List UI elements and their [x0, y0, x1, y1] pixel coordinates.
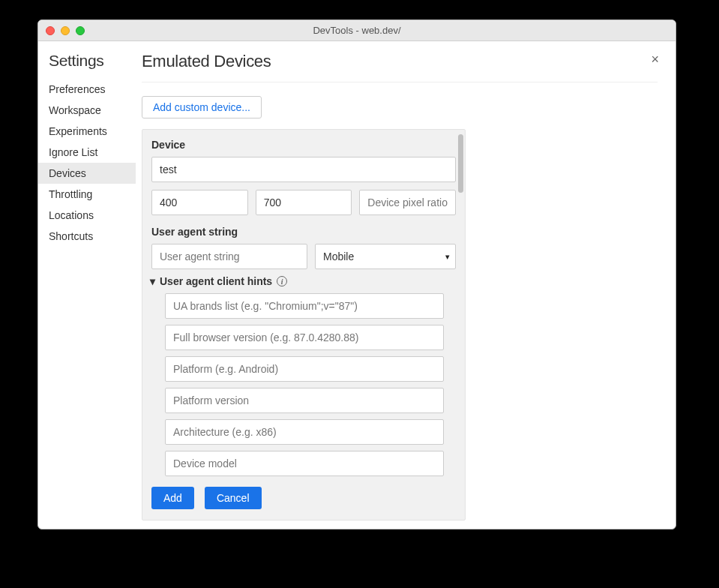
- client-hints-toggle[interactable]: ▾ User agent client hints i: [150, 275, 456, 287]
- close-icon[interactable]: ×: [651, 52, 659, 68]
- device-section-label: Device: [151, 139, 456, 151]
- devtools-window: DevTools - web.dev/ × Settings Preferenc…: [37, 20, 676, 530]
- sidebar-item-preferences[interactable]: Preferences: [38, 79, 136, 100]
- sidebar-item-shortcuts[interactable]: Shortcuts: [38, 226, 136, 247]
- add-custom-device-button[interactable]: Add custom device...: [142, 96, 262, 118]
- add-button[interactable]: Add: [151, 487, 194, 509]
- window-close-button[interactable]: [46, 26, 55, 35]
- client-hints-label: User agent client hints: [160, 275, 272, 287]
- sidebar-item-label: Preferences: [49, 83, 105, 95]
- scrollbar-thumb[interactable]: [458, 134, 463, 193]
- sidebar-item-label: Devices: [49, 167, 86, 179]
- sidebar-item-label: Workspace: [49, 104, 101, 116]
- sidebar-item-label: Experiments: [49, 125, 107, 137]
- sidebar-item-label: Ignore List: [49, 146, 97, 158]
- window-zoom-button[interactable]: [76, 26, 85, 35]
- sidebar-item-workspace[interactable]: Workspace: [38, 100, 136, 121]
- triangle-down-icon: ▾: [150, 275, 155, 287]
- cancel-button[interactable]: Cancel: [205, 487, 262, 509]
- window-minimize-button[interactable]: [61, 26, 70, 35]
- sidebar-item-throttling[interactable]: Throttling: [38, 184, 136, 205]
- device-name-input[interactable]: [151, 157, 456, 182]
- device-width-input[interactable]: [151, 190, 248, 215]
- device-model-input[interactable]: [165, 451, 444, 476]
- sidebar-item-ignore-list[interactable]: Ignore List: [38, 142, 136, 163]
- architecture-input[interactable]: [165, 419, 444, 445]
- settings-title: Settings: [49, 52, 136, 70]
- cancel-button-label: Cancel: [217, 492, 250, 504]
- ua-string-input[interactable]: [151, 244, 307, 269]
- window-title: DevTools - web.dev/: [38, 25, 676, 36]
- settings-content: Emulated Devices Add custom device... De…: [136, 49, 676, 529]
- platform-version-input[interactable]: [165, 388, 444, 413]
- ua-brands-input[interactable]: [165, 293, 444, 319]
- add-button-label: Add: [163, 492, 182, 504]
- sidebar-item-locations[interactable]: Locations: [38, 205, 136, 226]
- titlebar: DevTools - web.dev/: [38, 20, 676, 41]
- ua-type-select[interactable]: Mobile: [315, 244, 456, 269]
- device-height-input[interactable]: [256, 190, 352, 215]
- add-custom-device-label: Add custom device...: [153, 101, 250, 113]
- device-editor-pane: Device User agent string Mobile: [142, 129, 466, 520]
- client-hints-group: [151, 293, 456, 476]
- full-version-input[interactable]: [165, 325, 444, 350]
- platform-input[interactable]: [165, 356, 444, 382]
- page-title: Emulated Devices: [142, 52, 658, 82]
- ua-section-label: User agent string: [151, 226, 456, 238]
- settings-sidebar: Settings Preferences Workspace Experimen…: [38, 49, 136, 529]
- sidebar-item-devices[interactable]: Devices: [38, 163, 136, 184]
- sidebar-item-label: Shortcuts: [49, 230, 93, 242]
- device-dpr-input[interactable]: [359, 190, 456, 215]
- info-icon[interactable]: i: [277, 276, 287, 286]
- sidebar-item-experiments[interactable]: Experiments: [38, 121, 136, 142]
- sidebar-item-label: Locations: [49, 209, 94, 221]
- sidebar-item-label: Throttling: [49, 188, 92, 200]
